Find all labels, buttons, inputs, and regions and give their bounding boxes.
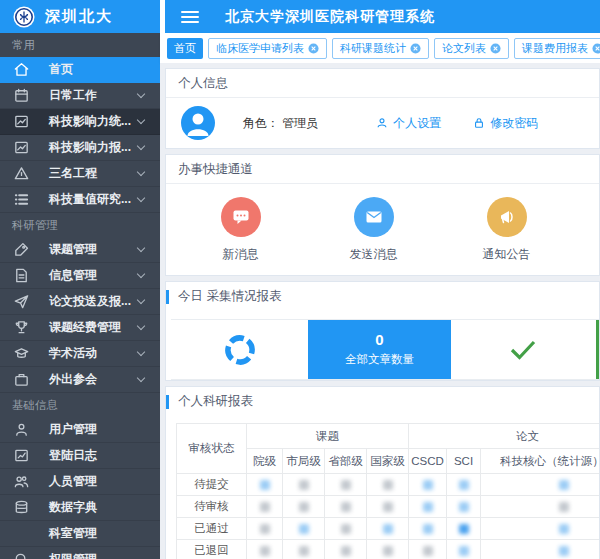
check-icon (509, 339, 537, 361)
col-header: 科技核心（统计源）期刊 (481, 449, 600, 474)
sidebar-item-tech-impact-stats[interactable]: 科技影响力统... (0, 109, 160, 135)
sidebar-item-project-mgmt[interactable]: 课题管理 (0, 237, 160, 263)
col-header: CSCD (409, 449, 447, 474)
personal-settings-link[interactable]: 个人设置 (376, 115, 441, 132)
list-icon (13, 191, 30, 208)
send-message-button[interactable]: 发送消息 (307, 197, 440, 263)
col-header-status: 审核状态 (177, 424, 247, 474)
document-icon (13, 267, 30, 284)
section-marker (166, 290, 169, 304)
sidebar-section-basic-info: 基础信息 (0, 393, 160, 417)
card-header: 今日 采集情况报表 (166, 282, 599, 311)
hospital-logo-icon (13, 6, 35, 28)
sidebar-item-three-fame-project[interactable]: 三名工程 (0, 161, 160, 187)
envelope-icon (354, 197, 394, 237)
blurred-value (383, 502, 393, 512)
blurred-value (341, 524, 351, 534)
blurred-value (423, 546, 433, 556)
close-tab-icon[interactable] (308, 43, 319, 54)
sidebar-item-info-mgmt[interactable]: 信息管理 (0, 263, 160, 289)
new-message-button[interactable]: 新消息 (174, 197, 307, 263)
warning-triangle-icon (13, 165, 30, 182)
close-tab-icon[interactable] (592, 43, 600, 54)
sidebar-item-login-log[interactable]: 登陆日志 (0, 443, 160, 469)
chevron-down-icon (137, 322, 145, 330)
blurred-value (299, 524, 309, 534)
col-header: 院级 (247, 449, 283, 474)
chart-line-icon (13, 447, 30, 464)
blurred-value (383, 546, 393, 556)
sidebar-item-permission-mgmt[interactable]: 权限管理 (0, 547, 160, 559)
sidebar-item-user-mgmt[interactable]: 用户管理 (0, 417, 160, 443)
sidebar-item-conference[interactable]: 外出参会 (0, 367, 160, 393)
chevron-down-icon (137, 296, 145, 304)
tab-bar: 首页 临床医学申请列表 科研课题统计 论文列表 课题费用报表 用户列表 (160, 33, 600, 63)
quick-channel-body: 新消息 发送消息 通知公告 (166, 184, 599, 275)
close-tab-icon[interactable] (410, 43, 421, 54)
blurred-value (559, 546, 569, 556)
top-bar: 北京大学深圳医院科研管理系统 (165, 0, 600, 33)
blurred-value (559, 480, 569, 490)
row-status-label: 已通过 (177, 518, 247, 540)
stat-total-articles-tile[interactable]: 0 全部文章数量 (308, 320, 451, 379)
table-row: 已退回 (177, 540, 600, 559)
spinner-icon (223, 333, 257, 367)
chevron-down-icon (137, 270, 145, 278)
graduation-cap-icon (13, 345, 30, 362)
blurred-value (383, 524, 393, 534)
blurred-value (299, 480, 309, 490)
app-title: 北京大学深圳医院科研管理系统 (225, 8, 435, 26)
person-icon (376, 117, 388, 129)
chat-bubble-icon (221, 197, 261, 237)
home-icon (13, 61, 30, 78)
blurred-value (383, 480, 393, 490)
change-password-link[interactable]: 修改密码 (473, 115, 538, 132)
magnifier-icon (13, 551, 30, 559)
blurred-value (299, 502, 309, 512)
sidebar-item-department-mgmt[interactable]: 科室管理 (0, 521, 160, 547)
notice-button[interactable]: 通知公告 (440, 197, 573, 263)
trophy-icon (13, 319, 30, 336)
report-table-wrapper: 审核状态 课题 论文 院级 市局级 省部级 国家级 CSCD SCI 科技核心（… (166, 416, 599, 559)
stat-green-tile[interactable] (594, 320, 599, 379)
card-header: 个人科研报表 (166, 387, 599, 416)
close-tab-icon[interactable] (490, 43, 501, 54)
briefcase-icon (13, 371, 30, 388)
research-report-table: 审核状态 课题 论文 院级 市局级 省部级 国家级 CSCD SCI 科技核心（… (176, 423, 600, 559)
sidebar-item-tech-value-research[interactable]: 科技量值研究... (0, 187, 160, 213)
tab-home[interactable]: 首页 (167, 38, 203, 59)
megaphone-icon (487, 197, 527, 237)
stat-loading-tile[interactable] (171, 320, 308, 379)
blurred-value (423, 524, 433, 534)
blurred-value (260, 546, 270, 556)
chevron-down-icon (137, 348, 145, 356)
sidebar-item-personnel-mgmt[interactable]: 人员管理 (0, 469, 160, 495)
lock-icon (473, 117, 485, 129)
table-row: 待提交 (177, 474, 600, 496)
table-row: 已通过 (177, 518, 600, 540)
tab-research-project-stats[interactable]: 科研课题统计 (332, 38, 429, 59)
tab-paper-list[interactable]: 论文列表 (434, 38, 509, 59)
sidebar-item-paper-submission[interactable]: 论文投送及报... (0, 289, 160, 315)
sidebar-item-project-funds[interactable]: 课题经费管理 (0, 315, 160, 341)
blurred-value (341, 502, 351, 512)
sidebar-item-tech-impact-report[interactable]: 科技影响力报... (0, 135, 160, 161)
table-row: 待审核 (177, 496, 600, 518)
hamburger-menu-icon[interactable] (181, 8, 199, 26)
sidebar-item-home[interactable]: 首页 (0, 57, 160, 83)
col-header: SCI (447, 449, 481, 474)
sidebar-item-daily-work[interactable]: 日常工作 (0, 83, 160, 109)
col-header: 省部级 (325, 449, 367, 474)
trend-chart-icon (13, 113, 30, 130)
database-icon (13, 499, 30, 516)
card-header: 办事快捷通道 (166, 155, 599, 184)
blurred-value (459, 480, 469, 490)
chevron-down-icon (137, 116, 145, 124)
tab-project-fee-report[interactable]: 课题费用报表 (514, 38, 600, 59)
sidebar-item-data-dictionary[interactable]: 数据字典 (0, 495, 160, 521)
sidebar-item-academic-activity[interactable]: 学术活动 (0, 341, 160, 367)
tab-clinical-application-list[interactable]: 临床医学申请列表 (208, 38, 327, 59)
stat-success-tile[interactable] (451, 320, 594, 379)
users-icon (13, 473, 30, 490)
blurred-value (459, 502, 469, 512)
